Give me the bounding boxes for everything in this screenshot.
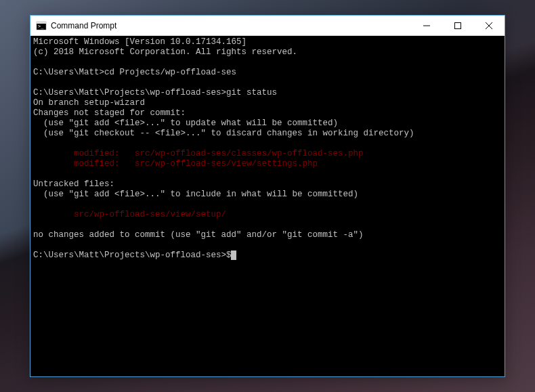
cmd-icon: >_	[36, 20, 47, 31]
close-button[interactable]	[473, 16, 505, 35]
terminal-line	[33, 240, 502, 251]
terminal-line	[33, 78, 502, 88]
terminal-line: C:\Users\Matt\Projects\wp-offload-ses>gi…	[33, 88, 502, 98]
titlebar[interactable]: >_ Command Prompt	[30, 16, 505, 36]
terminal-line: src/wp-offload-ses/view/setup/	[33, 210, 502, 220]
terminal-line	[33, 200, 502, 210]
terminal-line	[33, 139, 502, 149]
terminal-line: Changes not staged for commit:	[33, 108, 502, 118]
window-controls	[411, 16, 505, 35]
svg-text:>_: >_	[38, 24, 44, 29]
command-prompt-window: >_ Command Prompt Microsoft Windows [Ver…	[30, 15, 505, 377]
terminal-line	[33, 169, 502, 179]
terminal-prompt[interactable]: C:\Users\Matt\Projects\wp-offload-ses>$	[33, 251, 502, 261]
terminal-line: modified: src/wp-offload-ses/view/settin…	[33, 159, 502, 169]
svg-rect-4	[455, 22, 461, 28]
terminal-line: (use "git checkout -- <file>..." to disc…	[33, 129, 502, 139]
terminal-line	[33, 58, 502, 68]
maximize-button[interactable]	[442, 16, 473, 35]
cursor	[231, 251, 236, 260]
terminal-line: (use "git add <file>..." to update what …	[33, 118, 502, 129]
terminal-line: Untracked files:	[33, 179, 502, 190]
window-title: Command Prompt	[51, 21, 411, 30]
terminal-line: no changes added to commit (use "git add…	[33, 230, 502, 240]
terminal-line: (use "git add <file>..." to include in w…	[33, 190, 502, 200]
minimize-button[interactable]	[411, 16, 442, 35]
terminal-line: Microsoft Windows [Version 10.0.17134.16…	[33, 37, 502, 47]
terminal-line: On branch setup-wizard	[33, 98, 502, 108]
terminal-area[interactable]: Microsoft Windows [Version 10.0.17134.16…	[30, 36, 505, 376]
terminal-line	[33, 220, 502, 230]
terminal-line: (c) 2018 Microsoft Corporation. All righ…	[33, 47, 502, 58]
terminal-line: modified: src/wp-offload-ses/classes/wp-…	[33, 149, 502, 159]
terminal-line: C:\Users\Matt>cd Projects/wp-offload-ses	[33, 68, 502, 78]
